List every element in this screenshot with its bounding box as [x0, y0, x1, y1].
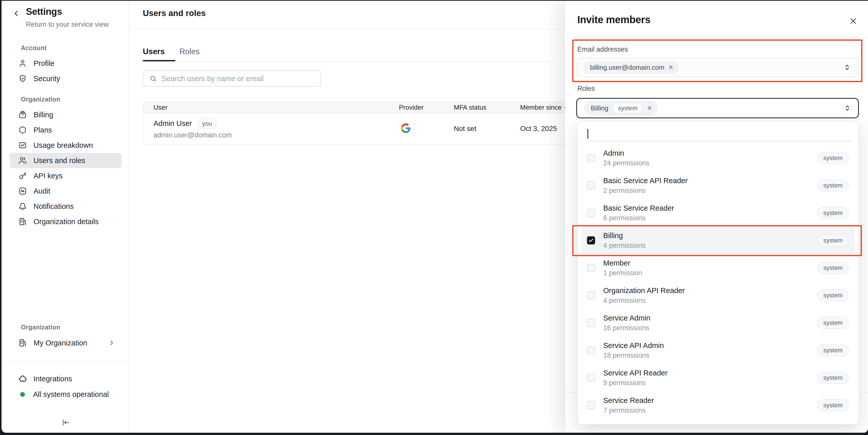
- system-badge: system: [817, 344, 849, 356]
- system-badge: system: [612, 103, 643, 113]
- role-checkbox[interactable]: [587, 236, 595, 244]
- role-option-billing[interactable]: Billing 4 permissions system: [581, 227, 855, 254]
- chevron-left-icon: [12, 9, 21, 18]
- google-provider-icon: [401, 123, 411, 133]
- role-checkbox[interactable]: [587, 264, 595, 272]
- section-label-account: Account: [2, 44, 129, 52]
- sidebar-item-billing[interactable]: Billing: [2, 107, 129, 122]
- role-option-service-api-reader[interactable]: Service API Reader 9 permissions system: [581, 364, 855, 392]
- system-badge: system: [817, 317, 849, 329]
- usage-chart-icon: [18, 141, 27, 150]
- role-checkbox[interactable]: [587, 346, 595, 354]
- role-checkbox[interactable]: [587, 154, 595, 162]
- page-title: Users and roles: [143, 8, 206, 18]
- system-badge: system: [817, 234, 849, 246]
- role-checkbox[interactable]: [587, 374, 595, 382]
- user-icon: [18, 59, 27, 68]
- header-divider: [130, 29, 566, 29]
- role-option-admin[interactable]: Admin 24 permissions system: [581, 144, 855, 172]
- system-status[interactable]: All systems operational: [2, 387, 129, 402]
- sidebar-item-security[interactable]: Security: [2, 71, 129, 86]
- role-option-basic-service-reader[interactable]: Basic Service Reader 6 permissions syste…: [581, 199, 855, 227]
- system-badge: system: [817, 399, 849, 411]
- table-row[interactable]: Admin User you admin.user@domain.com Not…: [143, 113, 605, 144]
- users-table: User Provider MFA status Member since Ad…: [143, 102, 605, 145]
- system-badge: system: [817, 372, 849, 384]
- building-icon: [18, 217, 27, 226]
- collapse-sidebar-button[interactable]: [58, 415, 73, 430]
- role-option-service-reader[interactable]: Service Reader 7 permissions system: [581, 392, 855, 419]
- status-dot-icon: [18, 392, 26, 397]
- settings-sidebar: Settings Return to your service view Acc…: [2, 1, 129, 433]
- remove-role-chip-icon[interactable]: ✕: [647, 105, 652, 111]
- section-label-organization: Organization: [2, 323, 129, 331]
- main-content: Users and roles Users Roles User Provide…: [130, 1, 566, 433]
- role-checkbox[interactable]: [587, 291, 595, 299]
- close-panel-button[interactable]: [848, 16, 859, 27]
- sidebar-item-usage-breakdown[interactable]: Usage breakdown: [2, 138, 129, 153]
- column-header-user[interactable]: User: [143, 104, 399, 111]
- sidebar-item-plans[interactable]: Plans: [2, 122, 129, 138]
- building-icon: [18, 339, 27, 347]
- tabs: Users Roles: [143, 44, 199, 59]
- search-input[interactable]: [162, 75, 316, 83]
- sidebar-item-profile[interactable]: Profile: [2, 56, 129, 71]
- sidebar-item-api-keys[interactable]: API keys: [2, 168, 129, 183]
- stepper-icon[interactable]: [843, 103, 851, 114]
- sidebar-item-users-and-roles[interactable]: Users and roles: [10, 153, 121, 168]
- tab-roles[interactable]: Roles: [179, 44, 199, 59]
- sidebar-footer: Integrations All systems operational: [2, 371, 129, 402]
- column-header-mfa[interactable]: MFA status: [454, 104, 520, 111]
- role-option-basic-service-api-reader[interactable]: Basic Service API Reader 2 permissions s…: [581, 172, 855, 199]
- table-header: User Provider MFA status Member since: [143, 102, 605, 113]
- org-switcher-section: Organization My Organization: [2, 323, 129, 351]
- stepper-icon[interactable]: [843, 62, 851, 73]
- close-icon: [849, 17, 858, 25]
- sidebar-subtitle: Return to your service view: [26, 21, 109, 28]
- role-checkbox[interactable]: [587, 319, 595, 327]
- role-options-list: Admin 24 permissions system Basic Servic…: [578, 141, 858, 422]
- email-addresses-label: Email addresses: [577, 46, 628, 53]
- you-badge: you: [197, 118, 217, 129]
- app-window: Settings Return to your service view Acc…: [2, 1, 868, 433]
- sidebar-divider: [2, 361, 129, 362]
- org-switcher[interactable]: My Organization: [2, 335, 129, 351]
- role-option-member[interactable]: Member 1 permission system: [581, 254, 855, 282]
- org-switcher-label: My Organization: [34, 339, 87, 347]
- invite-members-panel: Invite members Email addresses billing.u…: [565, 1, 868, 433]
- billing-box-icon: [18, 110, 27, 119]
- back-button[interactable]: [12, 9, 21, 18]
- integrations-label: Integrations: [34, 375, 72, 383]
- role-option-service-admin[interactable]: Service Admin 16 permissions system: [581, 309, 855, 337]
- role-option-organization-api-reader[interactable]: Organization API Reader 4 permissions sy…: [581, 282, 855, 309]
- tabs-divider: [143, 61, 554, 62]
- tab-users[interactable]: Users: [143, 44, 165, 59]
- column-header-provider[interactable]: Provider: [399, 104, 454, 111]
- email-addresses-field[interactable]: billing.user@domain.com ✕: [577, 58, 858, 77]
- users-icon: [18, 156, 27, 165]
- role-checkbox[interactable]: [587, 209, 595, 217]
- sidebar-item-notifications[interactable]: Notifications: [2, 199, 129, 214]
- system-badge: system: [817, 152, 849, 164]
- sidebar-nav: Account Profile Security Organization Bi…: [2, 44, 129, 229]
- status-label: All systems operational: [33, 390, 109, 399]
- role-option-service-api-admin[interactable]: Service API Admin 18 permissions system: [581, 337, 855, 364]
- sidebar-item-audit[interactable]: Audit: [2, 183, 129, 199]
- chevron-right-icon: [108, 339, 115, 347]
- user-search: [143, 70, 321, 87]
- remove-email-chip-icon[interactable]: ✕: [668, 64, 673, 70]
- roles-select[interactable]: Billing system ✕: [576, 98, 859, 118]
- sidebar-title: Settings: [26, 6, 62, 17]
- role-checkbox[interactable]: [587, 181, 595, 190]
- sidebar-item-organization-details[interactable]: Organization details: [2, 214, 129, 229]
- system-badge: system: [817, 207, 849, 219]
- bell-icon: [18, 202, 27, 211]
- role-chip: Billing system ✕: [584, 100, 658, 116]
- search-icon: [149, 75, 157, 82]
- role-checkbox[interactable]: [587, 401, 595, 409]
- sidebar-item-integrations[interactable]: Integrations: [2, 371, 129, 387]
- role-filter-input[interactable]: [586, 127, 850, 139]
- shield-check-icon: [18, 74, 27, 83]
- key-icon: [18, 171, 27, 180]
- hexagon-icon: [18, 126, 27, 134]
